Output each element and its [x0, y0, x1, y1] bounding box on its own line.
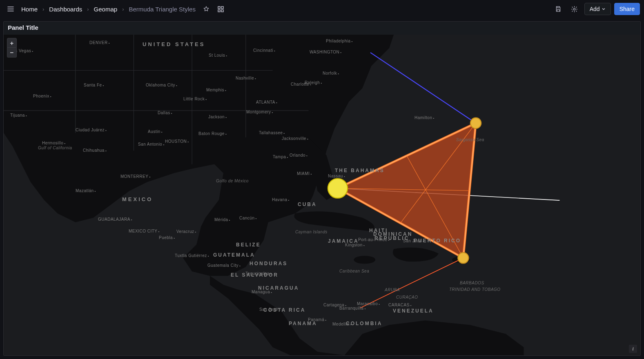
breadcrumb-current: Bermuda Triangle Styles	[126, 4, 198, 14]
gear-icon	[571, 6, 578, 13]
panel: Panel Title + −	[3, 21, 641, 356]
save-dashboard-button[interactable]	[552, 2, 565, 16]
share-button[interactable]: Share	[614, 3, 640, 15]
zoom-in-button[interactable]: +	[7, 38, 17, 48]
apps-button[interactable]	[214, 2, 227, 16]
edge-extension-orange	[360, 258, 464, 308]
svg-rect-1	[221, 7, 223, 9]
save-icon	[555, 6, 562, 12]
marker-sanjuan[interactable]	[458, 253, 468, 263]
nav-left: Home › Dashboards › Geomap › Bermuda Tri…	[4, 2, 552, 16]
dashboard-body: Panel Title + −	[0, 18, 644, 359]
breadcrumb-sep: ›	[42, 6, 45, 12]
marker-miami[interactable]	[328, 178, 348, 198]
settings-button[interactable]	[568, 2, 581, 16]
map-attribution-button[interactable]: i	[629, 345, 637, 353]
star-icon	[203, 6, 209, 12]
breadcrumb-sep: ›	[121, 6, 125, 12]
share-button-label: Share	[619, 6, 635, 12]
hamburger-menu-button[interactable]	[4, 2, 17, 16]
breadcrumb-section[interactable]: Geomap	[91, 4, 120, 14]
marker-bermuda[interactable]	[470, 118, 481, 129]
add-button[interactable]: Add	[584, 3, 611, 15]
svg-rect-0	[218, 7, 220, 9]
breadcrumb-home[interactable]: Home	[19, 4, 40, 14]
svg-point-4	[573, 8, 575, 10]
overlay-layer	[4, 35, 640, 355]
panel-title[interactable]: Panel Title	[4, 22, 640, 35]
nav-right: Add Share	[552, 2, 640, 16]
breadcrumb-dashboards[interactable]: Dashboards	[47, 4, 85, 14]
breadcrumb-sep: ›	[86, 6, 89, 12]
zoom-out-button[interactable]: −	[7, 48, 17, 58]
zoom-control: + −	[7, 38, 17, 58]
geomap-panel[interactable]: + −	[4, 35, 640, 355]
add-button-label: Add	[590, 6, 600, 12]
svg-rect-2	[218, 10, 220, 12]
hamburger-icon	[7, 5, 14, 13]
svg-rect-3	[221, 10, 223, 12]
top-navbar: Home › Dashboards › Geomap › Bermuda Tri…	[0, 0, 644, 18]
favorite-button[interactable]	[200, 2, 213, 16]
apps-grid-icon	[218, 6, 224, 12]
chevron-down-icon	[602, 7, 606, 11]
edge-extension-blue	[370, 53, 476, 123]
